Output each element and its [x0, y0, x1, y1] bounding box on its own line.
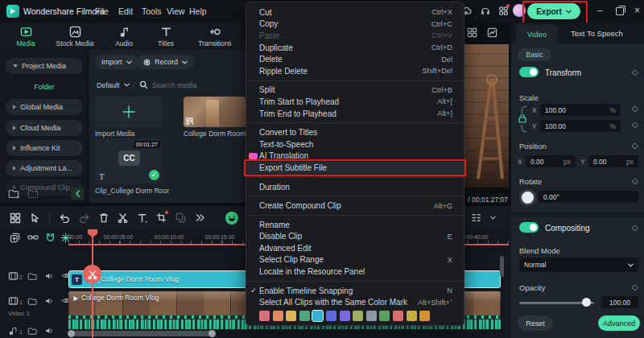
scale-lock-icon[interactable] — [518, 105, 529, 134]
reset-button[interactable]: Reset — [518, 315, 553, 331]
track-lock-icon[interactable] — [27, 296, 37, 306]
context-menu-item-ai-translation[interactable]: AI Translation — [246, 150, 464, 163]
chevron-down-icon[interactable] — [124, 83, 130, 87]
redo-icon[interactable] — [79, 213, 90, 223]
magnet-snap-icon[interactable] — [45, 233, 56, 243]
record-dropdown[interactable]: Record — [137, 55, 194, 69]
select-cursor-icon[interactable] — [30, 212, 40, 223]
opacity-value[interactable]: 100.00 — [601, 296, 638, 308]
track-mute-icon[interactable] — [44, 271, 55, 281]
preview-grid-icon[interactable] — [467, 27, 477, 38]
color-mark-swatch[interactable] — [312, 311, 323, 321]
more-tools-icon[interactable] — [195, 213, 205, 222]
tab-audio[interactable]: Audio — [103, 26, 145, 47]
color-mark-swatch[interactable] — [340, 311, 350, 321]
sidebar-item-cloud-media[interactable]: Cloud Media — [6, 120, 83, 136]
context-menu-item-text-to-speech[interactable]: Text-to-Speech — [246, 138, 464, 150]
preview-scope-icon[interactable] — [487, 27, 497, 38]
advanced-button[interactable]: Advanced — [598, 315, 640, 331]
undo-icon[interactable] — [59, 213, 70, 223]
tab-video-properties[interactable]: Video — [516, 24, 558, 43]
sidebar-item-adjustment-layer[interactable]: Adjustment La... — [6, 160, 83, 176]
context-menu-item-advanced-edit[interactable]: Advanced Edit — [246, 242, 464, 254]
tab-titles[interactable]: Titles — [145, 26, 187, 47]
collapse-sidebar-button[interactable] — [71, 188, 84, 200]
color-mark-swatch[interactable] — [353, 311, 363, 321]
keyframe-diamond-icon[interactable]: ◇ — [632, 223, 638, 232]
rotate-input[interactable]: 0.00° — [539, 191, 638, 203]
import-media-tile[interactable] — [95, 97, 163, 127]
blend-mode-dropdown[interactable]: Normal — [519, 258, 638, 272]
tab-text-to-speech[interactable]: Text To Speech — [564, 23, 630, 43]
context-menu-item-ripple-delete[interactable]: Ripple DeleteShift+Del — [246, 65, 464, 77]
menu-help[interactable]: Help — [189, 6, 207, 16]
color-mark-swatch[interactable] — [299, 311, 310, 321]
text-tool-icon[interactable] — [137, 212, 147, 223]
color-mark-swatch[interactable] — [326, 311, 336, 321]
keyframe-diamond-icon[interactable]: ◇ — [632, 282, 638, 291]
keyframe-diamond-icon[interactable]: ◇ — [632, 68, 638, 76]
import-dropdown[interactable]: Import — [95, 55, 138, 69]
color-mark-swatch[interactable] — [286, 311, 296, 321]
window-restore-button[interactable] — [616, 7, 624, 15]
keyframe-diamond-icon[interactable]: ◇ — [632, 104, 638, 113]
position-x-input[interactable]: 0.00px — [526, 155, 576, 167]
sidebar-item-folder[interactable]: Folder — [6, 79, 83, 95]
video-thumbnail-tile[interactable] — [184, 97, 246, 127]
position-y-input[interactable]: 0.00px — [588, 155, 638, 167]
context-menu-item-cut[interactable]: CutCtrl+X — [246, 6, 464, 19]
window-close-button[interactable]: × — [634, 6, 640, 15]
color-mark-swatch[interactable] — [366, 311, 377, 321]
new-folder-icon[interactable] — [8, 188, 19, 199]
window-minimize-button[interactable]: – — [597, 6, 603, 15]
chevron-down-icon[interactable] — [490, 216, 496, 220]
track-mute-icon[interactable] — [44, 326, 55, 336]
export-button[interactable]: Export — [527, 3, 580, 19]
duplicate-track-icon[interactable] — [10, 233, 20, 243]
scrollbar-handle-right[interactable] — [208, 330, 216, 337]
color-mark-swatch[interactable] — [419, 311, 430, 321]
apps-grid-icon[interactable] — [498, 6, 509, 16]
crop-tool-icon[interactable] — [156, 212, 167, 223]
context-menu-item-convert-to-titles[interactable]: Convert to Titles — [246, 126, 464, 138]
rotate-knob[interactable] — [519, 189, 536, 206]
tab-media[interactable]: Media — [5, 26, 47, 47]
scrollbar-handle-left[interactable] — [68, 330, 75, 337]
transform-toggle[interactable] — [519, 67, 539, 77]
context-menu-item-trim-start-to-playhead[interactable]: Trim Start to PlayheadAlt+[ — [246, 96, 464, 108]
opacity-slider-knob[interactable] — [582, 298, 591, 307]
color-mark-swatch[interactable] — [259, 311, 270, 321]
search-input[interactable]: Search media — [152, 81, 197, 89]
playhead-split-button[interactable] — [83, 265, 101, 283]
menu-tools[interactable]: Tools — [142, 6, 162, 16]
tab-transitions[interactable]: Transitions — [187, 26, 243, 47]
sidebar-item-global-media[interactable]: Global Media — [6, 99, 83, 115]
sidebar-item-project-media[interactable]: Project Media — [6, 58, 83, 74]
color-mark-swatch[interactable] — [407, 311, 417, 321]
context-menu-item-export-subtitle-file[interactable]: Export Subtitle File — [246, 162, 464, 174]
playhead-line[interactable] — [92, 231, 93, 338]
scale-y-input[interactable]: 100.00% — [540, 120, 621, 132]
keyframe-diamond-icon[interactable]: ◇ — [632, 176, 638, 185]
context-menu-item-trim-end-to-playhead[interactable]: Trim End to PlayheadAlt+] — [246, 108, 464, 120]
folder-icon[interactable] — [27, 188, 39, 199]
menu-file[interactable]: File — [95, 6, 109, 16]
context-menu-item-copy[interactable]: CopyCtrl+C — [246, 19, 464, 31]
delete-trash-icon[interactable] — [99, 212, 109, 223]
keyframe-diamond-icon[interactable]: ◇ — [632, 141, 638, 150]
subtitle-clip-tile[interactable]: 00:01:27 CC T ✓ — [95, 138, 163, 183]
context-menu-item-select-clip-range[interactable]: Select Clip RangeX — [246, 254, 464, 266]
context-menu-item-disable-clip[interactable]: Disable ClipE — [246, 231, 464, 243]
context-menu-item-duplicate[interactable]: DuplicateCtrl+D — [246, 42, 464, 54]
layout-grid-icon[interactable] — [10, 212, 21, 224]
color-mark-swatch[interactable] — [393, 311, 403, 321]
split-scissors-icon[interactable] — [118, 212, 128, 223]
track-mute-icon[interactable] — [44, 296, 55, 306]
track-lock-icon[interactable] — [27, 271, 37, 281]
default-filter-dropdown[interactable]: Default — [97, 81, 120, 89]
context-menu-item-delete[interactable]: DeleteDel — [246, 53, 464, 65]
context-menu-item-enable-timeline-snapping[interactable]: ✓Enable Timeline SnappingN — [246, 285, 464, 297]
track-manager-icon[interactable] — [471, 212, 481, 223]
horizontal-scrollbar[interactable] — [68, 331, 215, 336]
menu-edit[interactable]: Edit — [118, 6, 133, 16]
